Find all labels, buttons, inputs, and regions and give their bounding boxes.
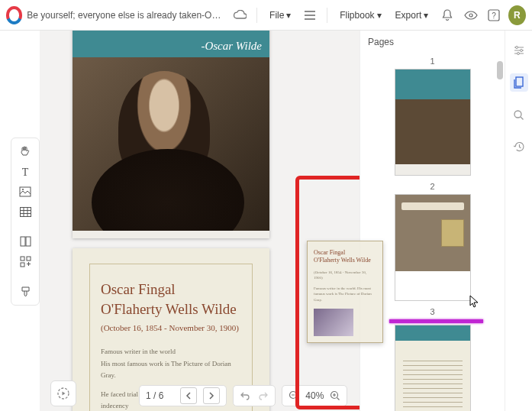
- page-thumb-2[interactable]: [395, 194, 471, 301]
- app-logo[interactable]: [6, 6, 22, 24]
- svg-point-15: [515, 47, 517, 49]
- svg-text:?: ?: [492, 11, 497, 20]
- chevron-down-icon: ▾: [377, 10, 382, 21]
- export-menu[interactable]: Export ▾: [391, 7, 434, 24]
- zoom-in-button[interactable]: [330, 390, 340, 401]
- page-thumb-1[interactable]: [395, 69, 471, 176]
- pages-panel: Pages 1 2 Oscar Fingal O'Flaherty Wells …: [360, 31, 505, 411]
- file-menu-label: File: [269, 10, 284, 21]
- ghost-dates: (October 16, 1854 - November 30, 1900): [314, 270, 376, 281]
- page1-author: -Oscar Wilde: [201, 40, 262, 53]
- ghost-image: [314, 309, 353, 336]
- redo-button[interactable]: [258, 391, 269, 400]
- hamburger-menu-icon[interactable]: [300, 5, 319, 26]
- page2-body-l1: Famous writer in the world: [101, 346, 241, 358]
- page-thumb-3[interactable]: [395, 325, 471, 411]
- settings-sliders-icon[interactable]: [510, 41, 528, 60]
- svg-text:T: T: [22, 167, 29, 177]
- undo-button[interactable]: [240, 391, 250, 400]
- svg-rect-11: [21, 263, 24, 267]
- prev-page-button[interactable]: [180, 387, 197, 404]
- page1-footer-bar: [73, 231, 269, 238]
- pages-rail-icon[interactable]: [510, 73, 528, 92]
- svg-rect-9: [21, 257, 24, 261]
- brush-tool-icon[interactable]: [15, 283, 35, 300]
- separator: [327, 8, 327, 23]
- page-indicator: 1 / 6: [146, 390, 163, 401]
- svg-rect-4: [20, 187, 31, 196]
- separator: [256, 8, 257, 23]
- hand-tool-icon[interactable]: [15, 143, 35, 160]
- drag-ghost-thumb: Oscar Fingal O'Flaherty Wells Wilde (Oct…: [307, 241, 383, 343]
- svg-rect-18: [516, 77, 523, 86]
- zoom-out-button[interactable]: [289, 390, 299, 401]
- page2-name-line2: O'Flaherty Wells Wilde: [101, 299, 241, 319]
- thumb2-lower: [395, 271, 470, 300]
- undo-redo-control: [233, 385, 276, 406]
- image-tool-icon[interactable]: [15, 183, 35, 200]
- next-page-button[interactable]: [203, 387, 220, 404]
- ghost-body: Famous writer in the world. His most fam…: [314, 286, 376, 303]
- document-name[interactable]: Be yourself; everyone else is already ta…: [27, 10, 225, 21]
- pages-panel-title: Pages: [360, 31, 505, 53]
- chevron-down-icon: ▾: [286, 10, 291, 21]
- bell-icon[interactable]: [437, 5, 456, 26]
- avatar[interactable]: R: [508, 5, 526, 25]
- svg-point-5: [22, 189, 24, 190]
- chevron-down-icon: ▾: [424, 10, 428, 21]
- search-rail-icon[interactable]: [510, 105, 528, 124]
- flipbook-menu-label: Flipbook: [340, 10, 374, 21]
- svg-point-19: [514, 111, 521, 118]
- text-tool-icon[interactable]: T: [15, 163, 35, 180]
- history-rail-icon[interactable]: [510, 138, 528, 156]
- zoom-level[interactable]: 40%: [305, 390, 324, 401]
- file-menu[interactable]: File ▾: [265, 7, 295, 24]
- canvas-page-1[interactable]: -Oscar Wilde: [73, 31, 269, 238]
- flipbook-menu[interactable]: Flipbook ▾: [335, 7, 385, 24]
- page1-portrait: [73, 57, 269, 231]
- svg-rect-7: [21, 237, 25, 246]
- thumb3-text-block: [403, 361, 463, 411]
- widgets-tool-icon[interactable]: [15, 254, 35, 270]
- page-thumb-number-2: 2: [360, 182, 505, 191]
- right-rail: [505, 31, 532, 411]
- thumb2-image: [441, 219, 464, 247]
- play-preview-button[interactable]: [50, 380, 76, 406]
- drop-insert-indicator: [389, 319, 483, 323]
- table-tool-icon[interactable]: [15, 203, 35, 220]
- svg-rect-6: [20, 207, 31, 216]
- svg-point-0: [469, 14, 472, 17]
- export-menu-label: Export: [395, 10, 422, 21]
- cloud-sync-icon[interactable]: [230, 5, 249, 26]
- page2-dates: (October 16, 1854 - November 30, 1900): [101, 323, 241, 332]
- zoom-control: 40%: [282, 385, 347, 406]
- page-tool-icon[interactable]: [15, 233, 35, 250]
- page2-body-l2: His most famous work is The Picture of D…: [101, 358, 241, 382]
- left-toolbar: T: [11, 138, 40, 306]
- svg-point-17: [517, 53, 519, 55]
- page2-name-line1: Oscar Fingal: [101, 280, 241, 299]
- svg-point-16: [520, 50, 522, 52]
- ghost-name-l1: Oscar Fingal: [314, 249, 376, 257]
- help-icon[interactable]: ?: [485, 5, 504, 26]
- page-indicator-control: 1 / 6: [139, 385, 227, 406]
- eye-icon[interactable]: [461, 5, 480, 26]
- ghost-name-l2: O'Flaherty Wells Wilde: [314, 257, 376, 264]
- page-thumb-number-1: 1: [360, 57, 505, 66]
- canvas[interactable]: -Oscar Wilde Oscar Fingal O'Flaherty Wel…: [40, 31, 360, 411]
- svg-rect-8: [26, 237, 31, 246]
- svg-rect-10: [27, 257, 31, 261]
